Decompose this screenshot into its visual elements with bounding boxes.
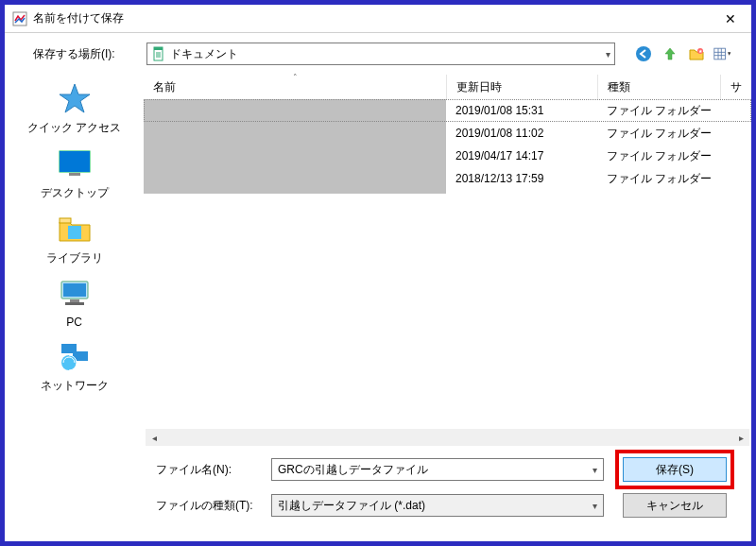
svg-rect-17 [69,173,80,176]
bottom-form: ファイル名(N): GRCの引越しデータファイル ▾ 保存(S) ファイルの種類… [5,448,751,535]
table-row[interactable]: 2018/12/13 17:59ファイル フォルダー [144,167,751,190]
save-button-highlight: 保存(S) [615,450,734,489]
svg-rect-23 [65,302,84,305]
desktop-icon [55,145,94,181]
places-bar: クイック アクセス デスクトップ ライブラリ PC [5,75,144,448]
pc-icon [55,276,94,312]
svg-rect-19 [68,226,81,239]
filename-value: GRCの引越しデータファイル [278,462,593,478]
place-label: PC [66,316,82,329]
toolbar-icons: ★ [625,44,732,63]
filetype-value: 引越しデータファイル (*.dat) [278,498,593,514]
file-pane: 名前 ˄ 更新日時 種類 サ 2019/01/08 15:31ファイル フォルダ… [144,75,751,448]
cancel-button-label: キャンセル [646,498,703,514]
column-type-label: 種類 [608,79,630,95]
file-list[interactable]: 2019/01/08 15:31ファイル フォルダー2019/01/08 11:… [144,99,751,429]
svg-marker-14 [60,84,90,112]
place-label: ネットワーク [41,378,109,394]
location-toolbar: 保存する場所(I): ドキュメント ▾ ★ [5,33,751,75]
column-date-label: 更新日時 [456,79,502,95]
network-icon [55,338,94,374]
place-label: クイック アクセス [27,120,121,136]
save-as-dialog: 名前を付けて保存 ✕ 保存する場所(I): ドキュメント ▾ ★ [0,0,756,546]
svg-rect-9 [714,48,726,60]
row-date-cell: 2018/12/13 17:59 [446,172,597,185]
row-type-cell: ファイル フォルダー [597,103,720,119]
chevron-down-icon: ▾ [593,465,597,475]
svg-rect-16 [60,151,90,172]
new-folder-icon[interactable]: ★ [687,44,706,63]
column-size[interactable]: サ [720,75,751,99]
scroll-track[interactable] [163,429,732,446]
row-date-cell: 2019/01/08 15:31 [446,104,597,117]
close-icon: ✕ [725,11,736,26]
place-desktop[interactable]: デスクトップ [41,145,109,201]
horizontal-scrollbar[interactable]: ◂ ▸ [146,429,749,446]
save-button-label: 保存(S) [656,462,694,478]
location-select[interactable]: ドキュメント ▾ [146,43,615,65]
place-network[interactable]: ネットワーク [41,338,109,394]
column-size-label: サ [730,79,742,95]
place-label: ライブラリ [46,250,103,266]
chevron-down-icon: ▾ [593,501,597,511]
titlebar: 名前を付けて保存 ✕ [5,5,751,33]
filetype-select[interactable]: 引越しデータファイル (*.dat) ▾ [271,494,604,517]
row-date-cell: 2019/01/08 11:02 [446,127,597,140]
place-quick-access[interactable]: クイック アクセス [27,80,121,136]
svg-rect-22 [70,299,79,302]
place-label: デスクトップ [41,185,109,201]
location-value: ドキュメント [170,46,606,62]
column-headers: 名前 ˄ 更新日時 種類 サ [144,75,751,99]
row-date-cell: 2019/04/17 14:17 [446,149,597,162]
svg-rect-18 [60,218,71,223]
library-icon [55,211,94,247]
scroll-right-icon[interactable]: ▸ [732,429,749,446]
scroll-left-icon[interactable]: ◂ [146,429,163,446]
svg-rect-2 [154,47,163,50]
table-row[interactable]: 2019/01/08 15:31ファイル フォルダー [144,99,751,122]
filename-input[interactable]: GRCの引越しデータファイル ▾ [271,458,604,481]
dialog-body: クイック アクセス デスクトップ ライブラリ PC [5,75,751,448]
location-label: 保存する場所(I): [33,46,137,62]
table-row[interactable]: 2019/04/17 14:17ファイル フォルダー [144,145,751,167]
up-icon[interactable] [661,44,679,63]
table-row[interactable]: 2019/01/08 11:02ファイル フォルダー [144,122,751,145]
sort-asc-icon: ˄ [293,73,298,82]
chevron-down-icon: ▾ [606,49,610,60]
cancel-button[interactable]: キャンセル [623,493,727,518]
row-type-cell: ファイル フォルダー [597,148,720,164]
quick-access-icon [55,80,94,116]
column-name[interactable]: 名前 ˄ [144,75,446,99]
column-name-label: 名前 [153,79,176,95]
row-type-cell: ファイル フォルダー [597,126,720,142]
close-button[interactable]: ✕ [709,5,751,33]
place-library[interactable]: ライブラリ [46,211,103,266]
row-type-cell: ファイル フォルダー [597,171,720,187]
document-icon [151,46,166,61]
column-date[interactable]: 更新日時 [446,75,597,99]
svg-rect-21 [63,283,86,297]
save-button[interactable]: 保存(S) [623,457,727,482]
filename-label: ファイル名(N): [156,462,260,478]
views-icon[interactable] [713,44,732,63]
window-title: 名前を付けて保存 [33,10,709,26]
place-pc[interactable]: PC [55,276,94,329]
svg-point-6 [636,46,651,61]
column-type[interactable]: 種類 [597,75,720,99]
app-icon [12,11,27,26]
back-icon[interactable] [634,44,653,63]
filetype-label: ファイルの種類(T): [156,498,260,514]
